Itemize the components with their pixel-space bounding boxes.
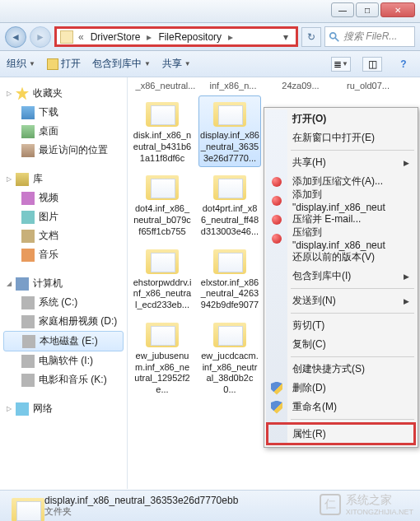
sidebar-computer[interactable]: ◢计算机 bbox=[3, 274, 124, 293]
sidebar-disk-c[interactable]: 系统 (C:) bbox=[3, 293, 124, 312]
libraries-icon bbox=[16, 173, 29, 186]
search-placeholder: 搜索 FileR... bbox=[343, 30, 397, 44]
toolbar: 组织▼ 打开 包含到库中▼ 共享▼ ≣▼ ◫ ? bbox=[0, 51, 420, 77]
breadcrumb-sep: « bbox=[77, 31, 86, 43]
sidebar-disk-k[interactable]: 电影和音乐 (K:) bbox=[3, 370, 124, 389]
ctx-properties[interactable]: 属性(R) bbox=[266, 422, 416, 445]
sidebar-disk-e[interactable]: 本地磁盘 (E:) bbox=[3, 331, 124, 351]
folder-icon bbox=[142, 319, 182, 351]
ctx-delete[interactable]: 删除(D) bbox=[266, 379, 416, 398]
winrar-icon bbox=[270, 194, 283, 207]
downloads-icon bbox=[21, 106, 35, 119]
include-menu[interactable]: 包含到库中▼ bbox=[92, 57, 151, 71]
ctx-add-to[interactable]: 添加到 "display.inf_x86_neut bbox=[266, 191, 416, 210]
sidebar-disk-i[interactable]: 电脑软件 (I:) bbox=[3, 351, 124, 370]
sidebar-disk-d[interactable]: 家庭相册视频 (D:) bbox=[3, 312, 124, 331]
ctx-share[interactable]: 共享(H)▶ bbox=[266, 153, 416, 172]
folder-icon bbox=[210, 246, 250, 277]
navigation-pane: ▷收藏夹 下载 桌面 最近访问的位置 ▷库 视频 图片 文档 音乐 ◢计算机 系… bbox=[0, 77, 128, 489]
recent-icon bbox=[21, 144, 35, 157]
breadcrumb-filerepository[interactable]: FileRepository bbox=[156, 31, 223, 43]
preview-pane-button[interactable]: ◫ bbox=[362, 57, 382, 72]
ctx-zip-to[interactable]: 压缩到 "display.inf_x86_neut bbox=[266, 229, 416, 248]
disk-icon bbox=[21, 355, 35, 368]
folder-item[interactable]: ehstorpwddrv.inf_x86_neutral_ecd233eb... bbox=[131, 243, 194, 314]
folder-item[interactable]: dot4.inf_x86_neutral_b079cf65ff1cb755 bbox=[131, 169, 194, 240]
forward-button[interactable]: ► bbox=[30, 26, 51, 48]
address-bar[interactable]: « DriverStore ▸ FileRepository ▸ ▾ bbox=[54, 26, 298, 47]
star-icon bbox=[16, 87, 29, 100]
maximize-button[interactable]: □ bbox=[356, 2, 379, 17]
address-dropdown[interactable]: ▾ bbox=[279, 31, 292, 43]
status-filename: display.inf_x86_neutral_36353e26d7770ebb bbox=[44, 495, 238, 506]
folder-icon bbox=[142, 246, 182, 277]
sidebar-documents[interactable]: 文档 bbox=[3, 226, 124, 245]
folder-item[interactable]: ew_jubusenum.inf_x86_neutral_12952f2e... bbox=[131, 316, 194, 399]
folder-item-selected[interactable]: display.inf_x86_neutral_36353e26d7770... bbox=[198, 95, 261, 167]
share-menu[interactable]: 共享▼ bbox=[162, 57, 191, 71]
partial-row: _x86_neutral... inf_x86_n... 24za09... r… bbox=[131, 81, 420, 95]
organize-menu[interactable]: 组织▼ bbox=[7, 57, 35, 71]
breadcrumb-sep: ▸ bbox=[226, 31, 235, 43]
folder-icon bbox=[210, 172, 250, 203]
folder-icon bbox=[210, 99, 250, 130]
folder-item[interactable]: elxstor.inf_x86_neutral_4263942b9dfe9077 bbox=[198, 243, 261, 314]
sidebar-favorites[interactable]: ▷收藏夹 bbox=[3, 84, 124, 103]
view-options-button[interactable]: ≣▼ bbox=[331, 57, 351, 72]
ctx-create-shortcut[interactable]: 创建快捷方式(S) bbox=[266, 360, 416, 379]
ctx-open-new-window[interactable]: 在新窗口中打开(E) bbox=[266, 128, 416, 147]
sidebar-videos[interactable]: 视频 bbox=[3, 188, 124, 207]
sidebar-pictures[interactable]: 图片 bbox=[3, 207, 124, 226]
open-button[interactable]: 打开 bbox=[47, 57, 81, 71]
ctx-include-library[interactable]: 包含到库中(I)▶ bbox=[266, 267, 416, 286]
videos-icon bbox=[21, 192, 35, 205]
search-icon bbox=[329, 31, 340, 43]
context-menu: 打开(O) 在新窗口中打开(E) 共享(H)▶ 添加到压缩文件(A)... 添加… bbox=[264, 107, 418, 448]
folder-icon bbox=[142, 99, 182, 130]
disk-icon bbox=[22, 335, 35, 348]
desktop-icon bbox=[21, 125, 35, 138]
computer-icon bbox=[16, 277, 29, 291]
documents-icon bbox=[21, 230, 35, 243]
winrar-icon bbox=[270, 213, 283, 226]
ctx-cut[interactable]: 剪切(T) bbox=[266, 316, 416, 335]
ctx-open[interactable]: 打开(O) bbox=[266, 109, 416, 128]
sidebar-libraries[interactable]: ▷库 bbox=[3, 170, 124, 188]
network-icon bbox=[16, 402, 29, 416]
sidebar-desktop[interactable]: 桌面 bbox=[3, 122, 124, 141]
svg-line-1 bbox=[335, 37, 338, 40]
folder-item[interactable]: ew_jucdcacm.inf_x86_neutral_38d0b2c0... bbox=[198, 316, 261, 399]
folder-item[interactable]: disk.inf_x86_neutral_b431b61a11f8df6c bbox=[131, 95, 194, 167]
sidebar-music[interactable]: 音乐 bbox=[3, 245, 124, 264]
address-row: ◄ ► « DriverStore ▸ FileRepository ▸ ▾ ↻… bbox=[0, 23, 420, 51]
help-button[interactable]: ? bbox=[394, 57, 413, 72]
refresh-button[interactable]: ↻ bbox=[301, 27, 321, 47]
music-icon bbox=[21, 249, 35, 262]
watermark-logo-icon: 仁 bbox=[320, 494, 341, 515]
ctx-send-to[interactable]: 发送到(N)▶ bbox=[266, 291, 416, 310]
disk-icon bbox=[21, 315, 35, 328]
search-box[interactable]: 搜索 FileR... bbox=[324, 26, 415, 47]
close-button[interactable]: ✕ bbox=[380, 2, 415, 17]
folder-icon bbox=[142, 172, 182, 203]
status-bar: display.inf_x86_neutral_36353e26d7770ebb… bbox=[0, 490, 420, 521]
sidebar-network[interactable]: ▷网络 bbox=[3, 399, 124, 418]
disk-icon bbox=[21, 374, 35, 387]
folder-item[interactable]: dot4prt.inf_x86_neutral_ff48d313003e46..… bbox=[198, 169, 261, 240]
minimize-button[interactable]: — bbox=[331, 2, 354, 17]
sidebar-downloads[interactable]: 下载 bbox=[3, 103, 124, 122]
ctx-copy[interactable]: 复制(C) bbox=[266, 335, 416, 354]
breadcrumb-sep: ▸ bbox=[145, 31, 153, 43]
sidebar-recent[interactable]: 最近访问的位置 bbox=[3, 141, 124, 160]
breadcrumb-driverstore[interactable]: DriverStore bbox=[89, 31, 142, 43]
winrar-icon bbox=[270, 232, 283, 245]
svg-point-0 bbox=[330, 32, 336, 38]
ctx-restore-versions[interactable]: 还原以前的版本(V) bbox=[266, 248, 416, 267]
watermark: 仁 系统之家 XITONGZHIJIA.NET bbox=[320, 493, 413, 516]
back-button[interactable]: ◄ bbox=[5, 26, 26, 48]
winrar-icon bbox=[270, 175, 283, 188]
ctx-rename[interactable]: 重命名(M) bbox=[266, 398, 416, 416]
status-type: 文件夹 bbox=[44, 506, 238, 517]
folder-icon bbox=[60, 30, 73, 44]
shield-icon bbox=[270, 401, 283, 414]
